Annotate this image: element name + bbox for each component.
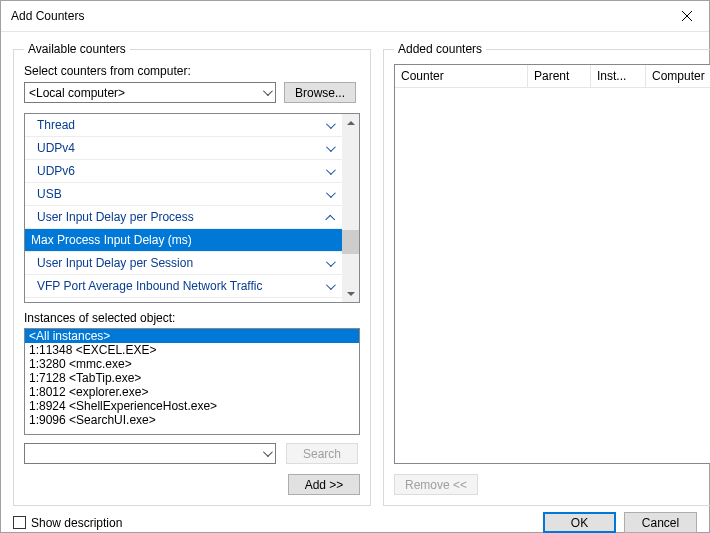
computer-combo[interactable]: <Local computer> [24,82,276,103]
counter-item-label: User Input Delay per Process [37,210,322,224]
col-computer[interactable]: Computer [646,65,710,88]
counter-category-item[interactable]: User Input Delay per Process [25,206,342,229]
scroll-down-button[interactable] [342,285,359,302]
ok-button[interactable]: OK [543,512,616,533]
counters-scrollbar[interactable] [342,114,359,302]
remove-row: Remove << [394,474,710,495]
instances-label: Instances of selected object: [24,311,360,325]
instance-item[interactable]: 1:8012 <explorer.exe> [25,385,359,399]
remove-button[interactable]: Remove << [394,474,478,495]
counters-listbox: ThreadUDPv4UDPv6USBUser Input Delay per … [24,113,360,303]
chevron-down-icon [322,164,336,178]
dialog-footer: Show description OK Cancel [1,506,709,533]
browse-button[interactable]: Browse... [284,82,356,103]
select-computer-label: Select counters from computer: [24,64,360,78]
counter-item-label: User Input Delay per Session [37,256,322,270]
instance-item[interactable]: 1:9096 <SearchUI.exe> [25,413,359,427]
counter-category-item[interactable]: UDPv6 [25,160,342,183]
counter-category-item[interactable]: Thread [25,114,342,137]
instance-item[interactable]: 1:8924 <ShellExperienceHost.exe> [25,399,359,413]
instances-listbox[interactable]: <All instances>1:11348 <EXCEL.EXE>1:3280… [24,328,360,435]
counter-item-label: Max Process Input Delay (ms) [31,233,336,247]
show-description-label: Show description [31,516,122,530]
chevron-down-icon [322,118,336,132]
counter-sub-item[interactable]: Max Process Input Delay (ms) [25,229,342,252]
chevron-down-icon [258,444,275,463]
chevron-down-icon [322,187,336,201]
counter-item-label: VFP Port Average Inbound Network Traffic [37,279,322,293]
added-counters-legend: Added counters [394,42,486,56]
close-icon [682,11,692,21]
available-counters-legend: Available counters [24,42,130,56]
close-button[interactable] [664,1,709,31]
computer-row: <Local computer> Browse... [24,82,360,103]
counter-category-item[interactable]: User Input Delay per Session [25,252,342,275]
added-table-header: Counter Parent Inst... Computer [395,65,710,88]
instance-search-combo[interactable] [24,443,276,464]
counters-list[interactable]: ThreadUDPv4UDPv6USBUser Input Delay per … [25,114,342,302]
instance-item[interactable]: 1:3280 <mmc.exe> [25,357,359,371]
titlebar: Add Counters [1,1,709,32]
added-counters-table[interactable]: Counter Parent Inst... Computer [394,64,710,464]
chevron-down-icon [322,256,336,270]
col-counter[interactable]: Counter [395,65,528,88]
add-counters-dialog: Add Counters Available counters Select c… [0,0,710,533]
col-parent[interactable]: Parent [528,65,591,88]
chevron-down-icon [258,83,275,102]
counter-category-item[interactable]: USB [25,183,342,206]
counter-item-label: USB [37,187,322,201]
added-counters-group: Added counters Counter Parent Inst... Co… [383,42,710,506]
instance-item[interactable]: 1:7128 <TabTip.exe> [25,371,359,385]
search-row: Search [24,443,360,464]
counter-item-label: Thread [37,118,322,132]
computer-combo-value: <Local computer> [29,86,125,100]
counter-item-label: UDPv6 [37,164,322,178]
instance-item[interactable]: 1:11348 <EXCEL.EXE> [25,343,359,357]
counter-item-label: UDPv4 [37,141,322,155]
available-counters-group: Available counters Select counters from … [13,42,371,506]
chevron-down-icon [322,279,336,293]
add-button[interactable]: Add >> [288,474,360,495]
chevron-up-icon [322,210,336,224]
window-title: Add Counters [11,9,664,23]
scroll-up-button[interactable] [342,114,359,131]
scroll-thumb[interactable] [342,230,359,254]
search-button[interactable]: Search [286,443,358,464]
dialog-body: Available counters Select counters from … [1,32,709,506]
cancel-button[interactable]: Cancel [624,512,697,533]
instance-item[interactable]: <All instances> [25,329,359,343]
col-inst[interactable]: Inst... [591,65,646,88]
show-description-checkbox[interactable]: Show description [13,516,122,530]
counter-category-item[interactable]: UDPv4 [25,137,342,160]
chevron-down-icon [322,141,336,155]
counter-category-item[interactable]: VFP Port Average Inbound Network Traffic [25,275,342,298]
checkbox-box [13,516,26,529]
add-row: Add >> [24,474,360,495]
